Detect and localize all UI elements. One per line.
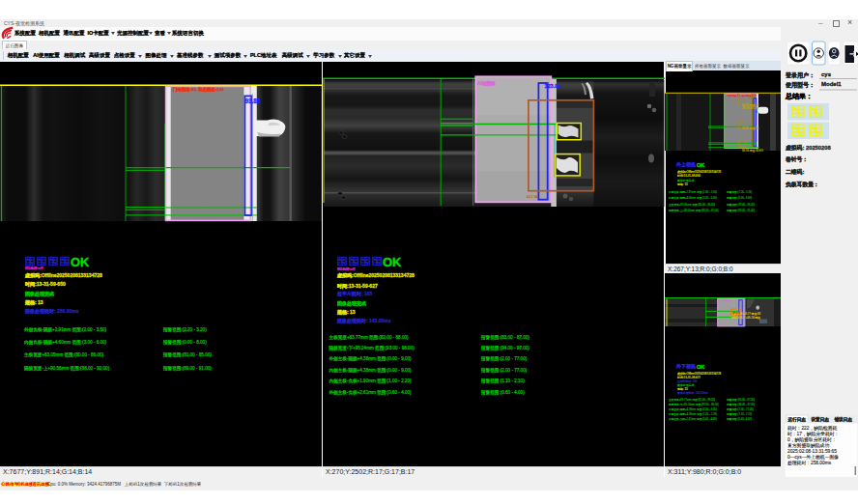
svg-text:报警范围:(0.00 - 8.00): 报警范围:(0.00 - 8.00) (162, 339, 207, 346)
svg-text:OK: OK (383, 255, 402, 269)
svg-text:123.88: 123.88 (545, 83, 561, 89)
svg-text:93.88: 93.88 (245, 98, 261, 104)
svg-text:报警范围:(89.00 - 91.00): 报警范围:(89.00 - 91.00) (727, 209, 755, 212)
svg-text:设置日志: 设置日志 (811, 416, 830, 423)
svg-text:报警范围:(94.00 - 97.00): 报警范围:(94.00 - 97.00) (480, 345, 529, 351)
svg-text:负极耳数量：: 负极耳数量： (785, 181, 819, 188)
svg-text:报警范围:(1.10 - 2.10): 报警范围:(1.10 - 2.10) (727, 412, 752, 416)
svg-text:虚拟码:Offline20250208133134728: 虚拟码:Offline20250208133134728 (677, 170, 721, 174)
svg-text:处理耗时：258.00ms: 处理耗时：258.00ms (787, 460, 832, 466)
svg-text:虚拟码:Offline20250208133134728: 虚拟码:Offline20250208133134728 (336, 272, 415, 279)
svg-text:报警范围:(0.00 - 8.00): 报警范围:(0.00 - 8.00) (727, 196, 752, 200)
svg-text:报警范围:(2.00 - 77.00): 报警范围:(2.00 - 77.00) (480, 367, 528, 374)
svg-text:报警范围:(94.00 - 97.00): 报警范围:(94.00 - 97.00) (727, 403, 755, 406)
svg-text:隔膜宽度-下+95.24mm 范围:(93.00 - 98.: 隔膜宽度-下+95.24mm 范围:(93.00 - 98.00) (329, 346, 415, 351)
svg-text:虚拟码:Offline20250208133134728: 虚拟码:Offline20250208133134728 (24, 272, 102, 279)
svg-text:总结果：: 总结果： (785, 92, 813, 100)
svg-text:外侧主极-隔膜+4.38mm 范围:(0.00 - 9.00: 外侧主极-隔膜+4.38mm 范围:(0.00 - 9.00) (669, 407, 717, 411)
svg-text:内侧负极-隔膜+4.60mm 范围:(3.00 - 6.00: 内侧负极-隔膜+4.60mm 范围:(3.00 - 6.00) (24, 340, 107, 346)
svg-text:(93.88-95.0): (93.88-95.0) (742, 106, 757, 110)
svg-text:虚拟码: 20250208: 虚拟码: 20250208 (785, 144, 832, 152)
svg-text:报警范围:(0.60 - 4.00): 报警范围:(0.60 - 4.00) (727, 417, 752, 421)
svg-text:报警范围:(83.00 - 87.00): 报警范围:(83.00 - 87.00) (727, 398, 755, 402)
svg-text:外侧负极-隔膜+2.91mm 范围:(2.00 - 3.50: 外侧负极-隔膜+2.91mm 范围:(2.00 - 3.50) (24, 326, 107, 333)
svg-text:图像处理耗时: 143.00ms: 图像处理耗时: 143.00ms (337, 318, 391, 324)
svg-text:内侧负极-隔膜+4.60mm 范围:(3.00 - 6.00: 内侧负极-隔膜+4.60mm 范围:(3.00 - 6.00) (669, 196, 717, 200)
svg-text:拉平AI耗时: 165: 拉平AI耗时: 165 (336, 291, 373, 297)
svg-text:隔膜宽度-上+90.56mm 范围:(88.00 - 92.: 隔膜宽度-上+90.56mm 范围:(88.00 - 92.00) (24, 366, 110, 372)
svg-text:内侧主极-负极+1.90mm 范围:(1.00 - 2.20: 内侧主极-负极+1.90mm 范围:(1.00 - 2.20) (329, 378, 413, 384)
svg-text:cys: cys (821, 71, 832, 77)
svg-text:90.56 阈值:90 # 8: 90.56 阈值:90 # 8 (742, 149, 763, 153)
svg-text:报警范围:(89.00 - 91.00): 报警范围:(89.00 - 91.00) (162, 365, 212, 372)
svg-text:报警范围:(81.00 - 85.00): 报警范围:(81.00 - 85.00) (162, 351, 212, 358)
svg-text:Model1: Model1 (821, 81, 842, 87)
svg-text:隔膜宽度-上+90.56mm 范围:(88.00 - 92.: 隔膜宽度-上+90.56mm 范围:(88.00 - 92.00) (669, 209, 719, 212)
svg-text:0，缺陷提取分区耗时：: 0，缺陷提取分区耗时： (787, 436, 837, 443)
svg-text:外下相机: 外下相机 (675, 363, 697, 370)
svg-text:报警范围:(2.00 - 77.00): 报警范围:(2.00 - 77.00) (480, 355, 528, 362)
svg-text:外上相机: 外上相机 (675, 161, 697, 168)
svg-text:报警范围:(83.00 - 87.00): 报警范围:(83.00 - 87.00) (480, 334, 529, 341)
svg-text:OK: OK (697, 364, 704, 370)
svg-text:规格: 13: 规格: 13 (336, 309, 356, 316)
svg-text:卷针号：: 卷针号： (785, 155, 808, 163)
svg-text:耗时：222，缺陷检测耗: 耗时：222，缺陷检测耗 (787, 425, 837, 432)
svg-text:报警范围:(2.00 - 77.00): 报警范围:(2.00 - 77.00) (727, 407, 754, 411)
svg-text:图像处理耗时: 143.00ms: 图像处理耗时: 143.00ms (677, 391, 708, 395)
svg-text:时：17，缺陷分类耗时：: 时：17，缺陷分类耗时： (787, 431, 839, 437)
svg-text:83.05 阈值:83: 83.05 阈值:83 (742, 126, 759, 130)
svg-text:NG允许:off: NG允许:off (25, 266, 43, 270)
svg-text:直方图提取缺陷成功: 直方图提取缺陷成功 (787, 442, 829, 449)
svg-text:4.0.1 1A: 4.0.1 1A (527, 195, 537, 199)
svg-text:规格: 13: 规格: 13 (677, 182, 688, 186)
svg-text:时间:13-31-59-650: 时间:13-31-59-650 (25, 281, 66, 288)
svg-text:门限阈值:93, 动态阈值:100: 门限阈值:93, 动态阈值:100 (727, 94, 757, 98)
svg-text:主极宽度+83.77mm 范围:(82.00 - 88.00: 主极宽度+83.77mm 范围:(82.00 - 88.00) (669, 398, 715, 402)
svg-text:图像处理耗时: 258.00ms: 图像处理耗时: 258.00ms (25, 308, 79, 315)
svg-text:报警范围:(0.60 - 4.00): 报警范围:(0.60 - 4.00) (480, 389, 525, 396)
svg-text:OK: OK (71, 255, 90, 269)
svg-text:0—cys—外上相机—图像: 0—cys—外上相机—图像 (787, 454, 839, 461)
svg-text:外侧主极-负极+2.61mm 范围:(0.60 - 4.00: 外侧主极-负极+2.61mm 范围:(0.60 - 4.00) (669, 417, 717, 421)
svg-text:外侧主极-负极+2.61mm 范围:(0.60 - 4.00: 外侧主极-负极+2.61mm 范围:(0.60 - 4.00) (329, 389, 413, 396)
svg-text:外侧主极-隔膜+4.38mm 范围:(0.00 - 9.00: 外侧主极-隔膜+4.38mm 范围:(0.00 - 9.00) (329, 355, 413, 362)
svg-text:主极宽度+83.77mm 范围:(82.00 - 88.00: 主极宽度+83.77mm 范围:(82.00 - 88.00) (329, 335, 410, 341)
svg-text:2025:02:08-13:31:59:65: 2025:02:08-13:31:59:65 (787, 449, 837, 454)
svg-text:NG允许:off: NG允许:off (337, 266, 356, 271)
svg-text:内侧主极-隔膜+4.38mm 范围:(1.00 - 2.20: 内侧主极-隔膜+4.38mm 范围:(1.00 - 2.20) (669, 412, 717, 416)
svg-text:隔膜宽度-下+95.24 阈值: 隔膜宽度-下+95.24 阈值 (731, 316, 760, 320)
svg-text:报警范围:(2.20 - 3.20): 报警范围:(2.20 - 3.20) (162, 326, 207, 333)
svg-text:报警范围:(81.00 - 85.00): 报警范围:(81.00 - 85.00) (727, 203, 755, 207)
svg-text:主极宽度+83.05mm 范围:(80.00 - 86.00: 主极宽度+83.05mm 范围:(80.00 - 86.00) (669, 203, 715, 207)
svg-text:使用型号：: 使用型号： (785, 81, 815, 89)
svg-text:隔膜宽度-下+95.24mm 范围:(93.00 - 98.: 隔膜宽度-下+95.24mm 范围:(93.00 - 98.00) (669, 403, 719, 406)
svg-text:时间:13-31-59-650: 时间:13-31-59-650 (677, 174, 701, 178)
svg-text:时间:13-31-59-627: 时间:13-31-59-627 (337, 283, 378, 290)
svg-text:报警范围:(2.20 - 3.20): 报警范围:(2.20 - 3.20) (727, 190, 752, 194)
svg-text:错误日志: 错误日志 (834, 416, 853, 423)
svg-text:二维码:: 二维码: (785, 168, 804, 176)
svg-text:时间:13-31-59-627: 时间:13-31-59-627 (677, 376, 701, 379)
svg-text:图像处理完成: 图像处理完成 (25, 291, 54, 297)
svg-text:主极宽度+83.05mm 范围:(80.00 - 86.00: 主极宽度+83.05mm 范围:(80.00 - 86.00) (24, 352, 104, 358)
svg-text:登录用户：: 登录用户： (785, 71, 815, 79)
svg-text:图像处理完成: 图像处理完成 (337, 300, 366, 307)
svg-text:规格: 13: 规格: 13 (24, 299, 43, 306)
svg-text:外侧负极-隔膜+2.91mm 范围:(2.00 - 3.50: 外侧负极-隔膜+2.91mm 范围:(2.00 - 3.50) (669, 190, 717, 194)
svg-text:AI检测框: AI检测框 (477, 80, 496, 87)
svg-text:报警范围:(1.10 - 2.10): 报警范围:(1.10 - 2.10) (480, 378, 525, 384)
svg-text:OK: OK (697, 162, 704, 168)
svg-text:内侧主极-隔膜+4.38mm 范围:(0.00 - 9.00: 内侧主极-隔膜+4.38mm 范围:(0.00 - 9.00) (329, 368, 413, 374)
